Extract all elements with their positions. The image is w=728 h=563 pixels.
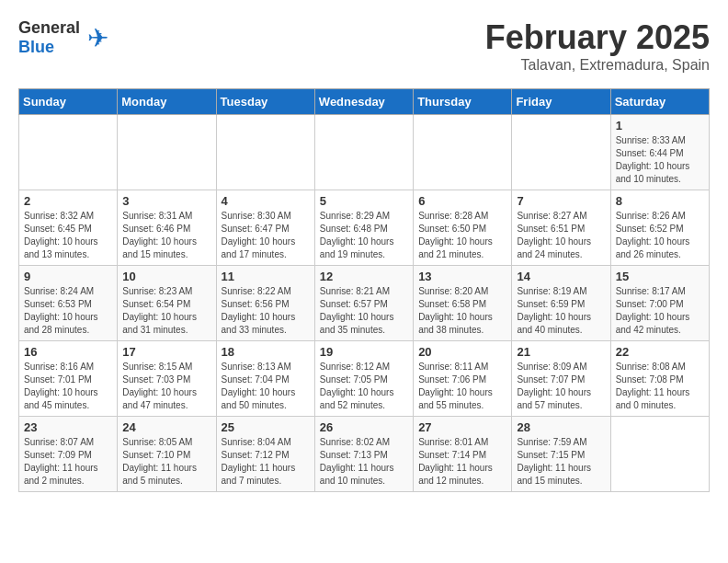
- calendar-cell: 10 Sunrise: 8:23 AMSunset: 6:54 PMDaylig…: [118, 266, 216, 341]
- col-header-monday: Monday: [118, 89, 216, 115]
- day-info: Sunrise: 8:01 AMSunset: 7:14 PMDaylight:…: [418, 437, 493, 486]
- day-number: 3: [122, 194, 210, 208]
- day-info: Sunrise: 8:09 AMSunset: 7:07 PMDaylight:…: [517, 362, 591, 410]
- day-number: 8: [616, 194, 704, 208]
- calendar-cell: 5 Sunrise: 8:29 AMSunset: 6:48 PMDayligh…: [314, 190, 413, 266]
- day-number: 24: [122, 420, 210, 434]
- day-info: Sunrise: 8:20 AMSunset: 6:58 PMDaylight:…: [418, 286, 493, 335]
- day-info: Sunrise: 8:23 AMSunset: 6:54 PMDaylight:…: [122, 286, 197, 335]
- calendar-cell: 24 Sunrise: 8:05 AMSunset: 7:10 PMDaylig…: [118, 417, 216, 492]
- col-header-friday: Friday: [512, 89, 610, 115]
- day-info: Sunrise: 8:28 AMSunset: 6:50 PMDaylight:…: [418, 211, 493, 259]
- day-info: Sunrise: 8:32 AMSunset: 6:45 PMDaylight:…: [24, 211, 98, 259]
- calendar-cell: 19 Sunrise: 8:12 AMSunset: 7:05 PMDaylig…: [314, 341, 413, 417]
- day-info: Sunrise: 8:29 AMSunset: 6:48 PMDaylight:…: [320, 211, 394, 259]
- day-number: 7: [517, 194, 605, 208]
- day-info: Sunrise: 8:21 AMSunset: 6:57 PMDaylight:…: [320, 286, 394, 335]
- day-info: Sunrise: 8:30 AMSunset: 6:47 PMDaylight:…: [222, 211, 296, 259]
- day-info: Sunrise: 8:16 AMSunset: 7:01 PMDaylight:…: [24, 362, 98, 410]
- calendar-cell: 9 Sunrise: 8:24 AMSunset: 6:53 PMDayligh…: [19, 266, 118, 341]
- day-number: 23: [24, 420, 112, 434]
- col-header-thursday: Thursday: [414, 89, 512, 115]
- calendar-cell: [314, 115, 413, 190]
- logo-general: General: [18, 18, 80, 37]
- calendar-header-row: SundayMondayTuesdayWednesdayThursdayFrid…: [19, 89, 710, 115]
- month-title: February 2025: [485, 18, 710, 57]
- day-number: 28: [517, 420, 605, 434]
- day-number: 4: [222, 194, 310, 208]
- calendar-cell: 18 Sunrise: 8:13 AMSunset: 7:04 PMDaylig…: [216, 341, 314, 417]
- day-info: Sunrise: 8:24 AMSunset: 6:53 PMDaylight:…: [24, 286, 98, 335]
- day-number: 26: [320, 420, 408, 434]
- day-number: 20: [418, 345, 506, 359]
- calendar-cell: [216, 115, 314, 190]
- calendar-cell: 7 Sunrise: 8:27 AMSunset: 6:51 PMDayligh…: [512, 190, 610, 266]
- calendar-cell: 16 Sunrise: 8:16 AMSunset: 7:01 PMDaylig…: [19, 341, 118, 417]
- calendar-week-row: 16 Sunrise: 8:16 AMSunset: 7:01 PMDaylig…: [19, 341, 710, 417]
- day-info: Sunrise: 8:31 AMSunset: 6:46 PMDaylight:…: [122, 211, 197, 259]
- calendar-cell: 12 Sunrise: 8:21 AMSunset: 6:57 PMDaylig…: [314, 266, 413, 341]
- day-number: 25: [222, 420, 310, 434]
- day-info: Sunrise: 8:33 AMSunset: 6:44 PMDaylight:…: [616, 135, 690, 184]
- calendar-week-row: 23 Sunrise: 8:07 AMSunset: 7:09 PMDaylig…: [19, 417, 710, 492]
- calendar-cell: 3 Sunrise: 8:31 AMSunset: 6:46 PMDayligh…: [118, 190, 216, 266]
- day-number: 15: [616, 270, 704, 283]
- calendar-week-row: 2 Sunrise: 8:32 AMSunset: 6:45 PMDayligh…: [19, 190, 710, 266]
- day-number: 17: [122, 345, 210, 359]
- day-number: 11: [222, 270, 310, 283]
- calendar-cell: 14 Sunrise: 8:19 AMSunset: 6:59 PMDaylig…: [512, 266, 610, 341]
- day-number: 10: [122, 270, 210, 283]
- calendar-cell: [19, 115, 118, 190]
- calendar-week-row: 1 Sunrise: 8:33 AMSunset: 6:44 PMDayligh…: [19, 115, 710, 190]
- title-area: February 2025 Talavan, Extremadura, Spai…: [485, 18, 710, 74]
- calendar-week-row: 9 Sunrise: 8:24 AMSunset: 6:53 PMDayligh…: [19, 266, 710, 341]
- day-info: Sunrise: 8:26 AMSunset: 6:52 PMDaylight:…: [616, 211, 690, 259]
- calendar-cell: 21 Sunrise: 8:09 AMSunset: 7:07 PMDaylig…: [512, 341, 610, 417]
- calendar-cell: 27 Sunrise: 8:01 AMSunset: 7:14 PMDaylig…: [414, 417, 512, 492]
- day-number: 6: [418, 194, 506, 208]
- day-info: Sunrise: 8:19 AMSunset: 6:59 PMDaylight:…: [517, 286, 591, 335]
- col-header-sunday: Sunday: [19, 89, 118, 115]
- day-number: 16: [24, 345, 112, 359]
- location-subtitle: Talavan, Extremadura, Spain: [485, 57, 710, 74]
- calendar-cell: [414, 115, 512, 190]
- calendar-table: SundayMondayTuesdayWednesdayThursdayFrid…: [18, 88, 710, 492]
- calendar-cell: 15 Sunrise: 8:17 AMSunset: 7:00 PMDaylig…: [610, 266, 709, 341]
- day-number: 1: [616, 119, 704, 132]
- day-number: 9: [24, 270, 112, 283]
- col-header-wednesday: Wednesday: [314, 89, 413, 115]
- day-info: Sunrise: 8:02 AMSunset: 7:13 PMDaylight:…: [320, 437, 394, 486]
- calendar-cell: 2 Sunrise: 8:32 AMSunset: 6:45 PMDayligh…: [19, 190, 118, 266]
- day-info: Sunrise: 8:22 AMSunset: 6:56 PMDaylight:…: [222, 286, 296, 335]
- day-number: 5: [320, 194, 408, 208]
- calendar-cell: 17 Sunrise: 8:15 AMSunset: 7:03 PMDaylig…: [118, 341, 216, 417]
- calendar-cell: 1 Sunrise: 8:33 AMSunset: 6:44 PMDayligh…: [610, 115, 709, 190]
- day-number: 19: [320, 345, 408, 359]
- calendar-cell: 22 Sunrise: 8:08 AMSunset: 7:08 PMDaylig…: [610, 341, 709, 417]
- col-header-saturday: Saturday: [610, 89, 709, 115]
- day-info: Sunrise: 8:05 AMSunset: 7:10 PMDaylight:…: [122, 437, 197, 486]
- day-info: Sunrise: 8:07 AMSunset: 7:09 PMDaylight:…: [24, 437, 98, 486]
- day-info: Sunrise: 7:59 AMSunset: 7:15 PMDaylight:…: [517, 437, 591, 486]
- day-info: Sunrise: 8:12 AMSunset: 7:05 PMDaylight:…: [320, 362, 394, 410]
- day-number: 2: [24, 194, 112, 208]
- day-info: Sunrise: 8:27 AMSunset: 6:51 PMDaylight:…: [517, 211, 591, 259]
- calendar-cell: 25 Sunrise: 8:04 AMSunset: 7:12 PMDaylig…: [216, 417, 314, 492]
- day-number: 22: [616, 345, 704, 359]
- calendar-cell: [118, 115, 216, 190]
- day-number: 21: [517, 345, 605, 359]
- day-info: Sunrise: 8:08 AMSunset: 7:08 PMDaylight:…: [616, 362, 690, 410]
- day-number: 18: [222, 345, 310, 359]
- day-info: Sunrise: 8:15 AMSunset: 7:03 PMDaylight:…: [122, 362, 197, 410]
- day-number: 12: [320, 270, 408, 283]
- calendar-cell: [512, 115, 610, 190]
- calendar-cell: 11 Sunrise: 8:22 AMSunset: 6:56 PMDaylig…: [216, 266, 314, 341]
- calendar-cell: 26 Sunrise: 8:02 AMSunset: 7:13 PMDaylig…: [314, 417, 413, 492]
- logo: General Blue ✈: [18, 18, 108, 57]
- day-info: Sunrise: 8:11 AMSunset: 7:06 PMDaylight:…: [418, 362, 493, 410]
- calendar-cell: 20 Sunrise: 8:11 AMSunset: 7:06 PMDaylig…: [414, 341, 512, 417]
- calendar-cell: 6 Sunrise: 8:28 AMSunset: 6:50 PMDayligh…: [414, 190, 512, 266]
- calendar-cell: 28 Sunrise: 7:59 AMSunset: 7:15 PMDaylig…: [512, 417, 610, 492]
- header: General Blue ✈ February 2025 Talavan, Ex…: [18, 18, 710, 74]
- day-info: Sunrise: 8:13 AMSunset: 7:04 PMDaylight:…: [222, 362, 296, 410]
